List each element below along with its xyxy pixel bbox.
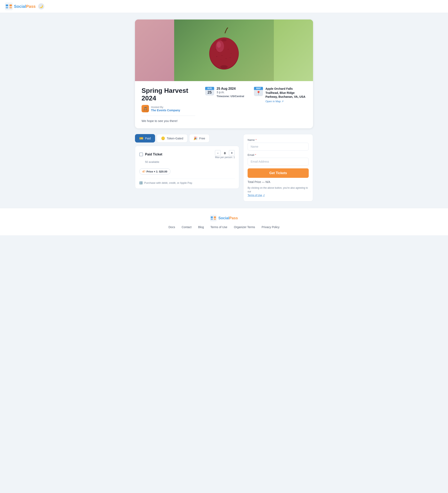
name-required-star: *: [256, 138, 257, 142]
footer-link-organizer-terms[interactable]: Organizer Terms: [234, 225, 255, 229]
footer-link-docs[interactable]: Docs: [168, 225, 175, 229]
date-info: 25 Aug 2024 3 p.m. Timezone: US/Central: [217, 87, 244, 98]
location-name: Apple Orchard Falls Trailhead, Blue Ridg…: [266, 87, 307, 99]
quantity-increase-button[interactable]: +: [229, 150, 235, 156]
ticket-quantity: - 0 +: [215, 150, 235, 156]
terms-of-use-link[interactable]: Terms of Use ↗: [248, 193, 265, 197]
svg-rect-21: [211, 216, 213, 218]
svg-point-18: [220, 65, 228, 68]
info-icon: ℹ️: [139, 181, 143, 184]
event-card: Spring Harvest 2024 🎵 Hosted By The Even…: [135, 20, 313, 128]
ticket-name: Paid Ticket: [145, 153, 162, 156]
apple-illustration: [203, 27, 245, 72]
external-link-icon: ↗: [263, 193, 265, 197]
event-title: Spring Harvest 2024: [141, 87, 195, 102]
form-panel: Name * Email * Get Tickets Total Price —…: [243, 134, 313, 202]
ticket-header: Paid Ticket - 0 + Max per person: 1: [139, 150, 235, 159]
svg-point-17: [230, 57, 231, 58]
svg-rect-2: [6, 7, 8, 8]
host-name-link[interactable]: The Events Company: [151, 109, 180, 112]
main-content: Spring Harvest 2024 🎵 Hosted By The Even…: [132, 20, 316, 202]
total-price: Total Price — N/A: [248, 180, 309, 184]
svg-point-11: [222, 55, 222, 56]
quantity-value: 0: [222, 151, 227, 155]
date-full: 25 Aug 2024: [217, 87, 244, 90]
tickets-section: 🎫 Paid 🪙 Token-Gated 🎉 Free Paid Ti: [135, 134, 313, 202]
svg-rect-23: [214, 216, 216, 218]
svg-point-19: [222, 39, 226, 42]
event-hero-image: [135, 20, 313, 81]
footer: SocialPass Docs Contact Blog Terms of Us…: [0, 208, 448, 235]
ticket-price-label: Price × 1: $20.00: [147, 170, 167, 173]
ticket-tabs-panel: 🎫 Paid 🪙 Token-Gated 🎉 Free Paid Ti: [135, 134, 239, 189]
token-gated-tab-label: Token-Gated: [167, 137, 183, 140]
email-field: Email *: [248, 153, 309, 166]
ticket-price-badge: 🏷 Price × 1: $20.00: [139, 168, 171, 175]
email-required-star: *: [255, 153, 256, 157]
get-tickets-button[interactable]: Get Tickets: [248, 168, 309, 178]
theme-toggle-button[interactable]: 🌙: [38, 3, 44, 10]
header: SocialPass 🌙: [0, 0, 448, 13]
svg-rect-20: [210, 215, 217, 221]
host-avatar: 🎵: [141, 105, 149, 112]
svg-rect-24: [214, 218, 216, 220]
date-timezone: Timezone: US/Central: [217, 95, 244, 98]
total-price-value: — N/A: [262, 180, 270, 184]
free-tab-icon: 🎉: [193, 136, 198, 140]
price-tag-icon: 🏷: [142, 170, 145, 173]
ticket-available: 50 available: [139, 160, 235, 163]
logo: SocialPass: [5, 2, 36, 10]
svg-rect-4: [10, 7, 12, 8]
event-description: We hope to see you there!: [141, 119, 195, 123]
svg-point-10: [219, 52, 219, 53]
ticket-name-row: Paid Ticket: [139, 153, 162, 156]
footer-link-terms[interactable]: Terms of Use: [211, 225, 227, 229]
svg-rect-22: [211, 218, 213, 220]
divider: [141, 116, 195, 116]
svg-rect-0: [5, 2, 13, 10]
ticket-tabs: 🎫 Paid 🪙 Token-Gated 🎉 Free: [135, 134, 239, 143]
token-gated-tab-icon: 🪙: [161, 136, 165, 140]
location-info: Apple Orchard Falls Trailhead, Blue Ridg…: [266, 87, 307, 103]
external-link-icon: ↗: [281, 100, 284, 103]
open-map-link[interactable]: Open in Map ↗: [266, 100, 307, 103]
svg-point-15: [221, 59, 221, 60]
tab-token-gated[interactable]: 🪙 Token-Gated: [157, 134, 188, 143]
paid-tab-label: Paid: [145, 137, 151, 140]
event-info: Spring Harvest 2024 🎵 Hosted By The Even…: [135, 81, 313, 128]
logo-text: SocialPass: [14, 4, 36, 9]
svg-point-14: [226, 58, 226, 59]
name-input[interactable]: [248, 143, 309, 150]
svg-rect-3: [10, 4, 12, 6]
svg-point-8: [217, 42, 221, 48]
email-input[interactable]: [248, 158, 309, 166]
footer-link-contact[interactable]: Contact: [181, 225, 191, 229]
free-tab-label: Free: [199, 137, 205, 140]
paid-ticket-card: Paid Ticket - 0 + Max per person: 1 50 a…: [135, 146, 239, 189]
event-location-block: MAP 📍 Apple Orchard Falls Trailhead, Blu…: [254, 87, 307, 103]
svg-point-6: [210, 38, 238, 69]
quantity-decrease-button[interactable]: -: [215, 150, 221, 156]
footer-link-blog[interactable]: Blog: [198, 225, 204, 229]
terms-note: By clicking on the above button, you're …: [248, 186, 309, 197]
tab-paid[interactable]: 🎫 Paid: [135, 134, 155, 143]
footer-link-privacy[interactable]: Privacy Policy: [262, 225, 279, 229]
svg-point-9: [215, 49, 216, 50]
svg-point-13: [231, 53, 232, 54]
event-host: 🎵 Hosted By The Events Company: [141, 105, 195, 112]
max-per-person: Max per person: 1: [215, 156, 235, 159]
tab-free[interactable]: 🎉 Free: [189, 134, 209, 143]
svg-rect-1: [6, 4, 8, 6]
ticket-payment-note: ℹ️ Purchase with debit, credit, or Apple…: [139, 179, 235, 184]
name-label: Name *: [248, 138, 309, 142]
map-badge: MAP 📍: [254, 87, 263, 96]
svg-point-12: [228, 49, 228, 50]
email-label: Email *: [248, 153, 309, 157]
svg-point-16: [216, 56, 217, 57]
footer-links: Docs Contact Blog Terms of Use Organizer…: [3, 225, 445, 229]
payment-note-text: Purchase with debit, credit, or Apple Pa…: [144, 181, 193, 184]
ticket-quantity-control: - 0 + Max per person: 1: [215, 150, 235, 159]
date-badge: AUG 25: [205, 87, 214, 95]
name-field: Name *: [248, 138, 309, 150]
ticket-checkbox[interactable]: [139, 153, 143, 156]
